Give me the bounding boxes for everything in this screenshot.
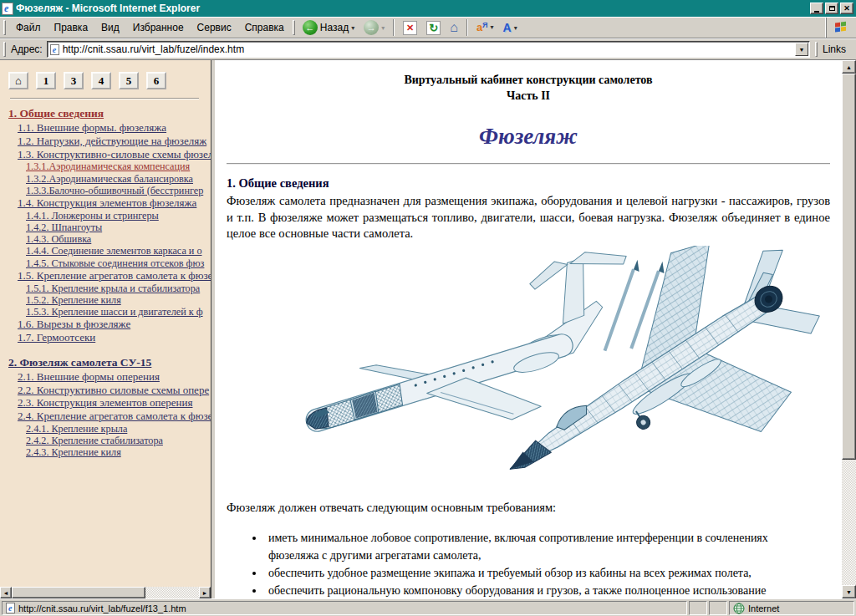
forward-icon [364,20,379,35]
scroll-right-button[interactable] [199,587,211,598]
address-label: Адрес: [11,43,43,55]
sidebar-link[interactable]: 1.3.2.Аэродинамическая балансировка [26,173,211,185]
sidebar-frame: ⌂13456 1. Общие сведения1.1. Внешние фор… [0,60,211,598]
sidebar-link[interactable]: 2.3. Конструкция элементов оперения [18,396,211,410]
fonts-icon [503,21,512,34]
sidebar-link[interactable]: 1.4.3. Обшивка [26,233,211,245]
back-icon [303,20,318,35]
sidebar-link[interactable]: 2.2. Конструктивно силовые схемы опере [18,384,211,397]
restore-button[interactable] [825,3,838,14]
menu-item[interactable]: Правка [48,19,95,36]
close-icon [843,4,850,13]
toolbar-separator [466,19,468,36]
sidebar-link[interactable]: 1.6. Вырезы в фюзеляже [18,318,211,331]
sidebar-link[interactable]: 1.4.2. Шпангоуты [26,221,211,233]
security-zone-label: Internet [748,603,779,613]
sidebar-nav-button[interactable]: 4 [91,72,111,89]
menu-item[interactable]: Файл [9,19,48,36]
sidebar-divider [10,98,199,99]
horizontal-scroll-track[interactable] [145,587,199,598]
sidebar-link[interactable]: 1.5. Крепление агрегатов самолета к фюзе [18,269,211,283]
sidebar-link[interactable]: 2.1. Внешние формы оперения [18,370,211,384]
sidebar-nav-list: 1. Общие сведения1.1. Внешние формы. фюз… [8,106,211,459]
status-url: http://cnit.ssau.ru/virt_lab/fuzel/f13_1… [18,603,186,613]
encoding-dropdown-caret[interactable] [491,23,494,31]
sidebar-link[interactable]: 1.5.1. Крепление крыла и стабилизатора [26,283,211,294]
back-label: Назад [320,22,349,33]
sidebar-link[interactable]: 2.4.3. Крепление киля [26,446,211,458]
horizontal-scroll-thumb[interactable] [12,587,145,598]
encoding-button[interactable]: aЯ [472,19,498,35]
sidebar-nav-button[interactable]: 6 [146,72,166,89]
paragraph: Фюзеляж должен отвечать следующим основн… [227,500,830,517]
forward-button[interactable] [359,18,389,38]
back-button[interactable]: Назад [298,18,359,38]
menu-item[interactable]: Избранное [126,19,191,36]
minimize-icon [814,11,819,13]
minimize-button[interactable] [810,3,823,14]
sidebar-link[interactable]: 1. Общие сведения [8,106,211,121]
encoding-icon: aЯ [476,22,488,33]
menu-item[interactable]: Вид [94,19,126,36]
bullet-item: обеспечить рациональную компоновку обору… [265,582,778,598]
sidebar-link[interactable]: 1.5.2. Крепление киля [26,294,211,306]
fonts-button[interactable] [499,18,522,37]
menu-bar: ФайлПравкаВидИзбранноеСервисСправка [9,19,291,36]
sidebar-link[interactable]: 1.5.3. Крепление шасси и двигателей к ф [26,306,211,318]
scroll-down-button[interactable] [842,585,856,598]
home-button[interactable] [446,18,462,38]
sidebar-link[interactable]: 1.4.1. Лонжероны и стрингеры [26,210,211,221]
stop-button[interactable] [399,18,421,38]
sidebar-nav-button[interactable]: ⌂ [8,72,28,89]
doc-header-line2: Часть II [227,88,830,104]
links-grip[interactable] [815,42,818,57]
close-button[interactable] [840,3,853,14]
sidebar-link[interactable]: 2.4.2. Крепление стабилизатора [26,435,211,446]
menubar-grip[interactable] [3,20,6,35]
sidebar-nav-button[interactable]: 5 [119,72,139,89]
vertical-scrollbar[interactable] [842,60,856,598]
sidebar-link[interactable]: 1.3. Конструктивно-силовые схемы фюзел [18,148,211,161]
sidebar-link[interactable]: 1.3.1.Аэродинамическая компенсация [26,160,211,172]
refresh-button[interactable] [422,18,445,38]
status-zone-pane: Internet [729,601,854,615]
toolbar-grip[interactable] [293,20,295,35]
menu-item[interactable]: Справка [238,19,291,36]
window-title: Фюзеляж - Microsoft Internet Explorer [16,3,808,14]
forward-dropdown-caret[interactable] [381,24,385,32]
sidebar-link[interactable]: 2.4. Крепление агрегатов самолета к фюзе [18,410,211,423]
page-icon [50,44,59,55]
address-input[interactable]: http://cnit.ssau.ru/virt_lab/fuzel/index… [47,41,810,58]
paragraph: Фюзеляж самолета предназначен для размещ… [227,193,830,242]
status-bar: http://cnit.ssau.ru/virt_lab/fuzel/f13_1… [0,598,856,616]
internet-globe-icon [733,603,745,614]
addressbar-grip[interactable] [3,42,6,57]
sidebar-nav-button[interactable]: 3 [64,72,84,89]
sidebar-link[interactable]: 1.7. Гермоотсеки [18,331,211,344]
sidebar-link[interactable]: 1.4.4. Соединение элементов каркаса и о [26,245,211,257]
toolbar-separator [393,19,395,36]
scroll-up-button[interactable] [842,60,856,74]
sidebar-link[interactable]: 2.4.1. Крепление крыла [26,423,211,435]
sidebar-link[interactable]: 2. Фюзеляж самолета СУ-15 [8,355,211,370]
back-dropdown-caret[interactable] [351,24,354,32]
sidebar-link[interactable]: 1.1. Внешние формы. фюзеляжа [18,121,211,135]
sidebar-link[interactable]: 1.2. Нагрузки, действующие на фюзеляж [18,135,211,148]
frameset: ⌂13456 1. Общие сведения1.1. Внешние фор… [0,60,856,598]
aircraft-cutaway-illustration [248,246,830,490]
links-button[interactable]: Links [821,43,854,55]
sidebar-link[interactable]: 1.3.3.Балочно-обшивочный (бесстрингер [26,185,211,196]
address-url[interactable]: http://cnit.ssau.ru/virt_lab/fuzel/index… [63,43,792,55]
sidebar-nav-button[interactable]: 1 [36,72,56,89]
sidebar-link[interactable]: 1.4.5. Стыковые соединения отсеков фюз [26,257,211,269]
sidebar-link[interactable]: 1.4. Конструкция элементов фюзеляжа [18,196,211,210]
status-url-pane: http://cnit.ssau.ru/virt_lab/fuzel/f13_1… [2,601,687,615]
sidebar-horizontal-scrollbar[interactable] [0,587,211,598]
menu-item[interactable]: Сервис [191,19,238,36]
vertical-scroll-track[interactable] [842,460,856,585]
vertical-scroll-thumb[interactable] [842,74,856,460]
fonts-dropdown-caret[interactable] [514,24,517,32]
status-page-icon [6,603,15,613]
scroll-left-button[interactable] [0,587,12,598]
address-dropdown-button[interactable] [795,43,808,56]
